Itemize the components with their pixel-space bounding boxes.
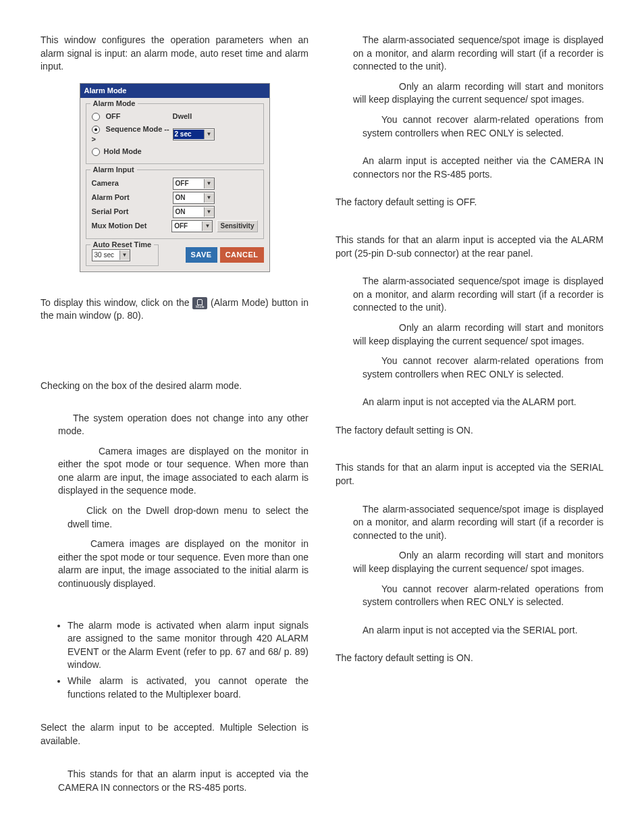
para-hold: Camera images are displayed on the monit… xyxy=(41,538,308,590)
camera-label: Camera xyxy=(92,178,173,188)
chevron-down-icon[interactable]: ▼ xyxy=(204,193,214,203)
reconly2: Only an alarm recording will start and m… xyxy=(336,321,603,348)
default-on2: The factory default setting is ON. xyxy=(336,652,603,665)
serial-desc: This stands for that an alarm input is a… xyxy=(336,461,603,488)
default-on1: The factory default setting is ON. xyxy=(336,424,603,438)
serial-port-label: Serial Port xyxy=(92,207,173,217)
intro-text: This window configures the operation par… xyxy=(41,34,308,74)
camera-in-desc: This stands for that an alarm input is a… xyxy=(41,768,308,794)
alarm-port-desc: This stands for that an alarm input is a… xyxy=(336,234,603,260)
para-dwell: Click on the Dwell drop-down menu to sel… xyxy=(41,504,308,531)
mux-select[interactable]: OFF ▼ xyxy=(171,220,213,232)
cancel-button[interactable]: CANCEL xyxy=(220,247,264,263)
radio-off-label: OFF xyxy=(106,112,121,120)
default-off: The factory default setting is OFF. xyxy=(336,196,603,209)
chevron-down-icon[interactable]: ▼ xyxy=(204,130,214,139)
camera-select[interactable]: OFF ▼ xyxy=(173,178,215,190)
radio-hold[interactable] xyxy=(92,148,100,156)
check-desired: Checking on the box of the desired alarm… xyxy=(41,380,308,393)
select-input: Select the alarm input to be accepted. M… xyxy=(41,721,308,748)
group-alarm-input: Alarm Input xyxy=(90,165,137,175)
sensitivity-button[interactable]: Sensitivity xyxy=(217,220,257,232)
reconly1: Only an alarm recording will start and m… xyxy=(336,80,603,107)
para-sys: The system operation does not change int… xyxy=(41,412,308,438)
group-alarm-mode: Alarm Mode xyxy=(90,99,138,109)
dialog-title: Alarm Mode xyxy=(80,84,269,98)
assoc2: The alarm-associated sequence/spot image… xyxy=(336,275,603,315)
bullet-2: While alarm is activated, you cannot ope… xyxy=(68,675,308,701)
radio-sequence[interactable] xyxy=(92,126,100,134)
note-reconly1: You cannot recover alarm-related operati… xyxy=(336,113,603,140)
bullet-1: The alarm mode is activated when alarm i… xyxy=(68,619,308,672)
note-reconly3: You cannot recover alarm-related operati… xyxy=(336,583,603,609)
chevron-down-icon[interactable]: ▼ xyxy=(202,221,212,231)
mux-label: Mux Motion Det xyxy=(92,221,172,231)
reconly3: Only an alarm recording will start and m… xyxy=(336,549,603,575)
assoc1: The alarm-associated sequence/spot image… xyxy=(336,34,603,74)
save-button[interactable]: SAVE xyxy=(186,247,217,263)
note-reconly2: You cannot recover alarm-related operati… xyxy=(336,355,603,381)
alarm-port-label: Alarm Port xyxy=(92,192,173,203)
dwell-select[interactable]: 2 sec ▼ xyxy=(173,128,215,140)
alarm-mode-icon xyxy=(192,297,207,309)
chevron-down-icon[interactable]: ▼ xyxy=(204,179,214,188)
serial-port-select[interactable]: ON ▼ xyxy=(173,206,215,218)
chevron-down-icon[interactable]: ▼ xyxy=(204,207,214,217)
radio-hold-label: Hold Mode xyxy=(104,147,142,157)
display-text: To display this window, click on the (Al… xyxy=(41,296,308,323)
reset-select[interactable]: 30 sec ▼ xyxy=(92,249,130,261)
off-camera: An alarm input is accepted neither via t… xyxy=(336,155,603,181)
radio-seq-label: Sequence Mode --> xyxy=(92,125,169,143)
radio-off[interactable] xyxy=(92,113,100,121)
off-serial: An alarm input is not accepted via the S… xyxy=(336,624,603,637)
para-seq: Camera images are displayed on the monit… xyxy=(41,445,308,498)
alarm-port-select[interactable]: ON ▼ xyxy=(173,192,215,204)
chevron-down-icon[interactable]: ▼ xyxy=(119,251,130,260)
off-alarm: An alarm input is not accepted via the A… xyxy=(336,396,603,409)
dwell-label: Dwell xyxy=(173,111,200,122)
assoc3: The alarm-associated sequence/spot image… xyxy=(336,503,603,543)
alarm-mode-dialog: Alarm Mode Alarm Mode OFF Dwell Sequence… xyxy=(80,83,270,272)
